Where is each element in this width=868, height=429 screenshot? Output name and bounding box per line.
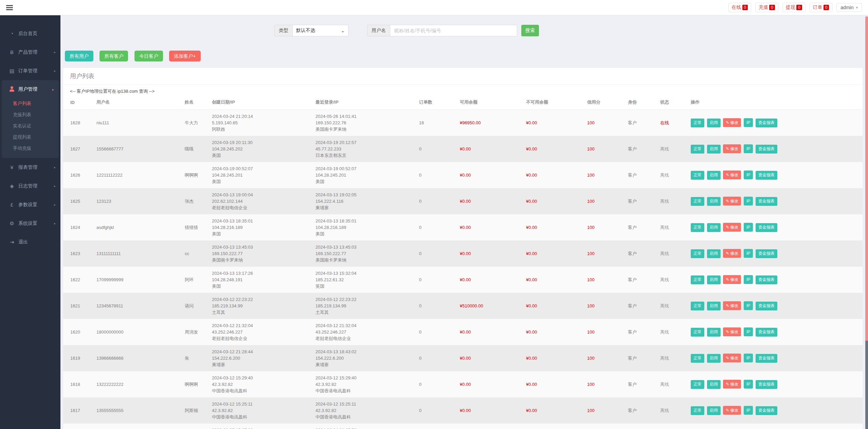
enable-button[interactable]: 启用 <box>707 354 721 363</box>
sidebar-item-products[interactable]: Ƀ 产品管理 ▸ <box>0 43 60 61</box>
enable-button[interactable]: 启用 <box>707 380 721 389</box>
normal-button[interactable]: 正常 <box>691 145 704 154</box>
ip-button[interactable]: IP <box>744 118 753 127</box>
normal-button[interactable]: 正常 <box>691 328 704 337</box>
scrollbar-thumb[interactable] <box>865 16 868 341</box>
stat-withdraw[interactable]: 提现 0 <box>782 3 806 12</box>
ip-button[interactable]: IP <box>744 301 753 310</box>
edit-button[interactable]: ✎修改 <box>723 327 741 336</box>
funds-report-button[interactable]: 资金报表 <box>756 302 777 310</box>
edit-button[interactable]: ✎修改 <box>723 406 741 415</box>
admin-menu[interactable]: admin ▾ <box>836 3 862 12</box>
sidebar-subitem-withdraw-list[interactable]: 提现列表 <box>2 131 59 143</box>
edit-button[interactable]: ✎修改 <box>723 118 741 127</box>
normal-button[interactable]: 正常 <box>691 380 704 389</box>
sidebar-item-params[interactable]: £ 参数设置 ▸ <box>0 195 60 214</box>
edit-button[interactable]: ✎修改 <box>723 301 741 310</box>
normal-button[interactable]: 正常 <box>691 249 704 258</box>
funds-report-button[interactable]: 资金报表 <box>756 354 777 363</box>
enable-button[interactable]: 启用 <box>707 197 721 206</box>
normal-button[interactable]: 正常 <box>691 119 704 127</box>
edit-button[interactable]: ✎修改 <box>723 249 741 258</box>
add-customer-button[interactable]: 添加客户+ <box>169 51 200 61</box>
sidebar-subitem-real-name-auth[interactable]: 实名认证 <box>2 120 59 131</box>
real-name: 猜猜猜 <box>185 214 212 240</box>
sidebar-item-users[interactable]: 用户管理 ▸ <box>2 81 59 98</box>
stat-orders[interactable]: 订单 0 <box>810 3 833 12</box>
user-id: 1623 <box>63 240 96 267</box>
sidebar-item-logout[interactable]: ⇥ 退出 <box>0 233 60 251</box>
ip-button[interactable]: IP <box>744 249 753 258</box>
edit-button[interactable]: ✎修改 <box>723 275 741 284</box>
funds-report-button[interactable]: 资金报表 <box>756 197 777 206</box>
enable-button[interactable]: 启用 <box>707 119 721 127</box>
ip-button[interactable]: IP <box>744 406 753 415</box>
normal-button[interactable]: 正常 <box>691 171 704 180</box>
normal-button[interactable]: 正常 <box>691 302 704 310</box>
funds-report-button[interactable]: 资金报表 <box>756 119 777 127</box>
sidebar-item-reports[interactable]: ¥ 报表管理 ▸ <box>0 158 60 177</box>
sidebar-subitem-manual-recharge[interactable]: 手动充值 <box>2 143 59 154</box>
funds-report-button[interactable]: 资金报表 <box>756 380 777 389</box>
enable-button[interactable]: 启用 <box>707 223 721 232</box>
sidebar-subitem-recharge-list[interactable]: 充值列表 <box>2 109 59 120</box>
funds-report-button[interactable]: 资金报表 <box>756 223 777 232</box>
funds-report-button[interactable]: 资金报表 <box>756 171 777 180</box>
identity: 客户 <box>628 188 660 214</box>
status-text: 离线 <box>660 277 669 282</box>
enable-button[interactable]: 启用 <box>707 302 721 310</box>
edit-button[interactable]: ✎修改 <box>723 144 741 153</box>
all-customers-button[interactable]: 所有客户 <box>100 51 128 61</box>
funds-report-button[interactable]: 资金报表 <box>756 145 777 154</box>
ip-button[interactable]: IP <box>744 354 753 362</box>
sidebar-item-system[interactable]: ⚙ 系统设置 ▸ <box>0 214 60 233</box>
stat-online[interactable]: 在线 0 <box>728 3 752 12</box>
edit-button[interactable]: ✎修改 <box>723 197 741 205</box>
search-button[interactable]: 搜索 <box>521 25 539 36</box>
funds-report-button[interactable]: 资金报表 <box>756 328 777 337</box>
row-actions: 正常 启用 ✎修改 IP 资金报表 <box>691 162 863 188</box>
header-status: 状态 <box>660 96 691 110</box>
created-info: 2024-03-13 18:35:01104.28.216.189美国 <box>212 214 315 240</box>
ip-button[interactable]: IP <box>744 144 753 153</box>
menu-toggle-icon[interactable] <box>6 5 13 10</box>
table-row: 1624 asdfghjkl 猜猜猜 2024-03-13 18:35:0110… <box>63 214 863 240</box>
edit-button[interactable]: ✎修改 <box>723 223 741 232</box>
enable-button[interactable]: 启用 <box>707 249 721 258</box>
sidebar-item-logs[interactable]: ◈ 日志管理 ▸ <box>0 177 60 195</box>
edit-button[interactable]: ✎修改 <box>723 354 741 362</box>
ip-button[interactable]: IP <box>744 197 753 205</box>
ip-button[interactable]: IP <box>744 223 753 232</box>
enable-button[interactable]: 启用 <box>707 275 721 284</box>
ip-button[interactable]: IP <box>744 275 753 284</box>
funds-report-button[interactable]: 资金报表 <box>756 406 777 415</box>
stat-recharge[interactable]: 充值 0 <box>755 3 778 12</box>
normal-button[interactable]: 正常 <box>691 354 704 363</box>
sidebar-subitem-customer-list[interactable]: 客户列表 <box>2 98 59 109</box>
type-select[interactable]: 默认不选 ⌄ <box>292 25 348 36</box>
ip-button[interactable]: IP <box>744 171 753 179</box>
normal-button[interactable]: 正常 <box>691 406 704 415</box>
edit-button[interactable]: ✎修改 <box>723 171 741 179</box>
normal-button[interactable]: 正常 <box>691 275 704 284</box>
edit-icon: ✎ <box>726 120 729 125</box>
enable-button[interactable]: 启用 <box>707 406 721 415</box>
sidebar-item-orders[interactable]: ▤ 订单管理 ▸ <box>0 61 60 80</box>
enable-button[interactable]: 启用 <box>707 328 721 337</box>
funds-report-button[interactable]: 资金报表 <box>756 275 777 284</box>
normal-button[interactable]: 正常 <box>691 223 704 232</box>
scrollbar-track[interactable] <box>865 341 868 429</box>
enable-button[interactable]: 启用 <box>707 171 721 180</box>
ip-button[interactable]: IP <box>744 327 753 336</box>
edit-button[interactable]: ✎修改 <box>723 380 741 389</box>
all-users-button[interactable]: 所有用户 <box>65 51 93 61</box>
enable-button[interactable]: 启用 <box>707 145 721 154</box>
today-customers-button[interactable]: 今日客户 <box>134 51 163 61</box>
unavailable-balance: ¥0.00 <box>526 267 587 293</box>
funds-report-button[interactable]: 资金报表 <box>756 249 777 258</box>
ip-button[interactable]: IP <box>744 380 753 389</box>
normal-button[interactable]: 正常 <box>691 197 704 206</box>
sidebar-item-dashboard[interactable]: ◔ 后台首页 <box>0 24 60 43</box>
table-row: 1617 13555555555 阿斯顿 2024-03-12 15:25:11… <box>63 397 863 424</box>
username-search-input[interactable] <box>390 25 517 36</box>
